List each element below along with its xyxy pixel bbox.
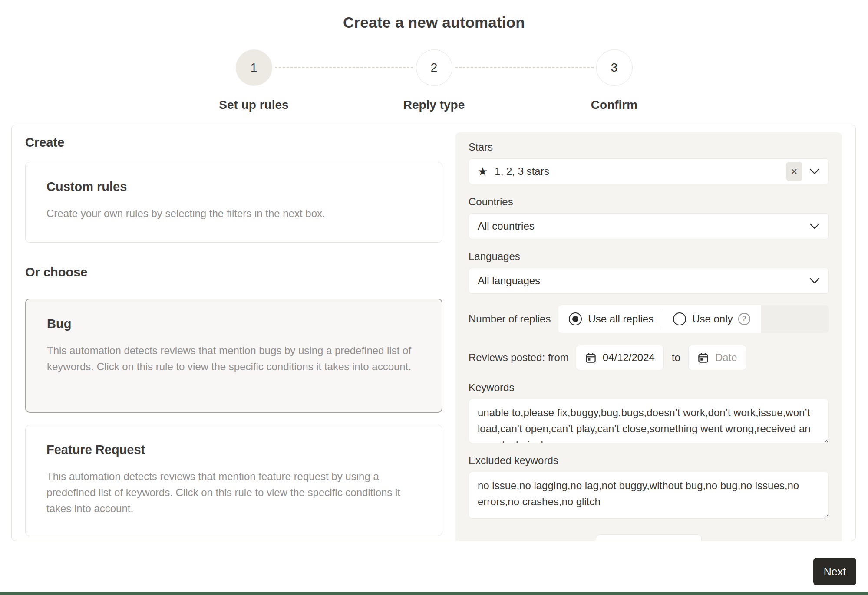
filters-panel: Stars ★ 1, 2, 3 stars ✕ Countries All co… (455, 132, 842, 541)
date-to-placeholder: Date (715, 352, 737, 364)
countries-label: Countries (469, 196, 829, 208)
calendar-icon (697, 352, 709, 364)
step-1-label: Set up rules (219, 98, 288, 112)
stars-select[interactable]: ★ 1, 2, 3 stars ✕ (469, 158, 829, 184)
excluded-keywords-textarea[interactable]: no issue,no lagging,no lag,not buggy,wit… (469, 472, 829, 519)
languages-select[interactable]: All languages (469, 268, 829, 294)
step-1-circle: 1 (236, 49, 272, 86)
countries-value: All countries (478, 220, 535, 232)
replies-count-disabled-field (761, 305, 829, 333)
step-2-label: Reply type (403, 98, 465, 112)
preset-card-feature-request[interactable]: Feature Request This automation detects … (25, 425, 442, 536)
radio-selected-icon[interactable] (569, 312, 582, 325)
custom-rules-card[interactable]: Custom rules Create your own rules by se… (25, 162, 442, 243)
feature-request-card-title: Feature Request (46, 443, 421, 457)
bottom-accent-bar (0, 592, 868, 595)
use-only-label: Use only (692, 313, 733, 325)
languages-label: Languages (469, 250, 829, 263)
bug-card-description: This automation detects reviews that men… (47, 342, 421, 375)
step-3-label: Confirm (591, 98, 637, 112)
radio-unselected-icon[interactable] (673, 312, 686, 325)
custom-rules-title: Custom rules (46, 180, 421, 194)
step-1-number: 1 (251, 61, 257, 75)
stars-value: 1, 2, 3 stars (495, 165, 549, 178)
excluded-keywords-label: Excluded keywords (469, 454, 829, 467)
calendar-icon (585, 352, 597, 364)
or-choose-heading: Or choose (25, 265, 442, 279)
date-from-value: 04/12/2024 (603, 352, 655, 364)
star-icon: ★ (478, 165, 488, 178)
chevron-down-icon[interactable] (809, 168, 820, 174)
rules-column: Create Custom rules Create your own rule… (25, 125, 442, 536)
countries-select[interactable]: All countries (469, 213, 829, 239)
step-2-number: 2 (431, 61, 438, 75)
divider (663, 310, 663, 328)
page-title: Create a new automation (0, 0, 868, 31)
add-condition-button[interactable]: + Add condition (596, 534, 701, 541)
reviews-posted-label: Reviews posted: from (469, 352, 569, 364)
languages-value: All languages (478, 275, 540, 287)
step-set-up-rules[interactable]: 1 Set up rules (164, 49, 344, 112)
stepper: 1 Set up rules 2 Reply type 3 Confirm (0, 49, 868, 112)
step-reply-type[interactable]: 2 Reply type (344, 49, 524, 112)
step-3-circle: 3 (596, 49, 633, 86)
add-condition-row: + Add condition (469, 534, 829, 541)
step-2-circle: 2 (416, 49, 452, 86)
replies-radio-group: Use all replies Use only ? (558, 305, 760, 333)
number-of-replies-label: Number of replies (469, 313, 551, 325)
help-icon[interactable]: ? (738, 313, 750, 325)
radio-use-only[interactable]: Use only ? (673, 312, 750, 325)
number-of-replies-row: Number of replies Use all replies Use on… (469, 305, 829, 333)
bug-card-title: Bug (47, 317, 421, 331)
create-heading: Create (25, 135, 442, 150)
use-all-replies-label: Use all replies (588, 313, 653, 325)
clear-stars-icon[interactable]: ✕ (786, 162, 802, 181)
date-to-picker[interactable]: Date (688, 345, 746, 370)
chevron-down-icon (809, 223, 820, 229)
next-button[interactable]: Next (813, 558, 856, 585)
keywords-textarea[interactable]: unable to,please fix,buggy,bug,bugs,does… (469, 399, 829, 443)
radio-use-all-replies[interactable]: Use all replies (569, 312, 653, 325)
keywords-label: Keywords (469, 381, 829, 394)
date-from-picker[interactable]: 04/12/2024 (576, 345, 664, 370)
to-label: to (672, 352, 680, 364)
preset-card-bug[interactable]: Bug This automation detects reviews that… (25, 299, 442, 413)
custom-rules-description: Create your own rules by selecting the f… (46, 205, 421, 221)
step-3-number: 3 (611, 61, 618, 75)
setup-rules-panel: Create Custom rules Create your own rule… (11, 125, 856, 541)
stars-label: Stars (469, 141, 829, 153)
step-confirm[interactable]: 3 Confirm (524, 49, 704, 112)
chevron-down-icon (809, 278, 820, 284)
feature-request-card-description: This automation detects reviews that men… (46, 468, 421, 516)
reviews-posted-row: Reviews posted: from 04/12/2024 to Date (469, 345, 829, 370)
